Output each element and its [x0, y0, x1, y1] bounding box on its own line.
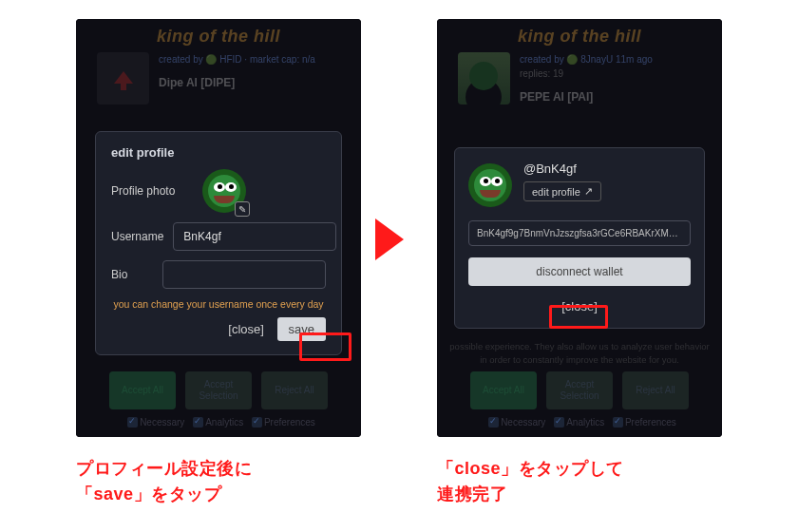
bio-input[interactable] — [162, 260, 326, 289]
edit-photo-icon[interactable]: ✎ — [235, 201, 250, 217]
coin-title: PEPE AI [PAI] — [520, 88, 653, 105]
external-link-icon: ↗ — [584, 185, 593, 198]
checkbox-analytics[interactable] — [193, 417, 203, 428]
photo-label: Profile photo — [111, 184, 187, 198]
close-button[interactable]: [close] — [228, 322, 264, 336]
king-of-the-hill-banner: king of the hill — [437, 27, 722, 47]
coin-meta-line2: replies: 19 — [520, 66, 653, 81]
coin-meta-line: created by 🟢 HFID · market cap: n/a — [159, 52, 315, 66]
phone-left: king of the hill created by 🟢 HFID · mar… — [76, 19, 361, 437]
save-button[interactable]: save — [277, 317, 326, 341]
cookie-checks: Necessary Analytics Preferences — [446, 417, 712, 428]
accept-all-button[interactable]: Accept All — [470, 371, 537, 409]
coin-meta: created by 🟢 HFID · market cap: n/a Dipe… — [159, 52, 315, 124]
edit-profile-label: edit profile — [532, 186, 580, 198]
username-display: @BnK4gf — [523, 162, 601, 176]
profile-modal: @BnK4gf edit profile ↗ BnK4gf9g7BnmVnJzs… — [454, 147, 705, 329]
checkbox-necessary[interactable] — [127, 417, 138, 428]
bg-coin-card: created by 🟢 HFID · market cap: n/a Dipe… — [97, 52, 339, 124]
cookie-checks: Necessary Analytics Preferences — [86, 417, 352, 428]
accept-selection-button[interactable]: Accept Selection — [185, 371, 252, 409]
coin-title: Dipe AI [DIPE] — [159, 74, 315, 91]
username-hint: you can change your username once every … — [111, 298, 326, 310]
pepe-icon — [468, 163, 512, 207]
caption-right: 「close」をタップして連携完了 — [437, 456, 624, 507]
modal-actions: [close] save — [111, 317, 326, 341]
profile-photo[interactable]: ✎ — [202, 169, 246, 213]
accept-all-button[interactable]: Accept All — [109, 371, 176, 409]
username-input[interactable] — [173, 222, 336, 251]
phone-right: king of the hill created by 🟢 8JnayU 11m… — [437, 19, 722, 437]
checkbox-preferences[interactable] — [252, 417, 262, 428]
checkbox-necessary[interactable] — [488, 417, 499, 428]
coin-thumb — [97, 52, 149, 104]
cookie-banner: possible experience. They also allow us … — [446, 340, 712, 428]
wallet-address[interactable]: BnK4gf9g7BnmVnJzszgfsa3rGCe6RBAKrXMZaNas… — [468, 220, 691, 246]
coin-meta: created by 🟢 8JnayU 11m ago replies: 19 … — [520, 52, 653, 124]
edit-profile-modal: edit profile Profile photo ✎ Username Bi… — [95, 131, 342, 355]
cookie-description: possible experience. They also allow us … — [446, 340, 712, 366]
coin-thumb — [458, 52, 510, 104]
checkbox-analytics[interactable] — [554, 417, 564, 428]
avatar — [468, 163, 512, 207]
bio-label: Bio — [111, 268, 153, 281]
disconnect-wallet-button[interactable]: disconnect wallet — [468, 257, 691, 286]
modal-title: edit profile — [111, 145, 326, 160]
reject-all-button[interactable]: Reject All — [261, 371, 328, 409]
accept-selection-button[interactable]: Accept Selection — [546, 371, 613, 409]
reject-all-button[interactable]: Reject All — [622, 371, 689, 409]
checkbox-preferences[interactable] — [613, 417, 623, 428]
cookie-banner: Accept All Accept Selection Reject All N… — [86, 366, 352, 428]
edit-profile-button[interactable]: edit profile ↗ — [523, 181, 601, 201]
arrow-icon — [375, 218, 404, 260]
bg-coin-card: created by 🟢 8JnayU 11m ago replies: 19 … — [458, 52, 700, 124]
king-of-the-hill-banner: king of the hill — [76, 27, 361, 47]
coin-meta-line1: created by 🟢 8JnayU 11m ago — [520, 52, 653, 66]
username-label: Username — [111, 230, 163, 243]
close-button[interactable]: [close] — [561, 299, 598, 314]
caption-left: プロフィール設定後に「save」をタップ — [76, 456, 252, 507]
